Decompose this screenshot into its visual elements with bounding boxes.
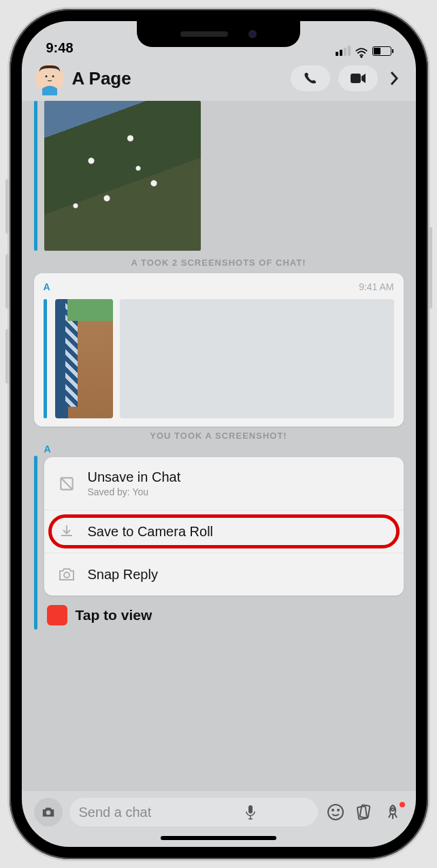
- camera-icon: [58, 565, 76, 583]
- unsave-in-chat-button[interactable]: Unsave in Chat Saved by: You: [44, 457, 404, 510]
- svg-point-2: [45, 76, 47, 78]
- system-message-1: A TOOK 2 SCREENSHOTS OF CHAT!: [34, 258, 404, 268]
- chat-image-2[interactable]: [55, 299, 113, 418]
- avatar[interactable]: [35, 64, 64, 93]
- bubble-time: 9:41 AM: [359, 281, 393, 292]
- svg-point-1: [40, 67, 59, 86]
- snap-indicator-icon: [47, 605, 67, 625]
- svg-point-3: [52, 76, 54, 78]
- svg-point-7: [46, 811, 50, 816]
- tap-to-view-label: Tap to view: [76, 607, 152, 623]
- video-call-button[interactable]: [338, 65, 378, 91]
- camera-button[interactable]: [34, 798, 63, 826]
- microphone-icon[interactable]: [193, 805, 308, 820]
- download-icon: [58, 523, 76, 540]
- svg-point-6: [64, 572, 69, 578]
- svg-point-10: [332, 809, 334, 811]
- save-label: Save to Camera Roll: [88, 524, 214, 540]
- chat-input-placeholder: Send a chat: [79, 805, 194, 820]
- chevron-right-icon[interactable]: [386, 71, 402, 86]
- wifi-icon: [355, 46, 368, 56]
- screen: 9:48 A Page: [22, 21, 416, 847]
- context-menu: Unsave in Chat Saved by: You Save to Cam…: [44, 457, 404, 595]
- svg-point-0: [361, 57, 362, 58]
- system-message-2: YOU TOOK A SCREENSHOT!: [34, 431, 404, 441]
- battery-icon: [372, 46, 391, 56]
- emoji-button[interactable]: [325, 803, 346, 821]
- unsave-icon: [58, 475, 76, 493]
- save-to-camera-roll-button[interactable]: Save to Camera Roll: [44, 510, 404, 553]
- svg-point-14: [391, 808, 394, 811]
- status-time: 9:48: [46, 40, 74, 56]
- selected-message-bubble: A 9:41 AM: [34, 273, 404, 427]
- unsave-label: Unsave in Chat: [88, 469, 181, 485]
- rocket-button[interactable]: [382, 803, 404, 821]
- unsave-sublabel: Saved by: You: [88, 486, 181, 497]
- chat-image-placeholder: [120, 299, 394, 418]
- sender-bar: [34, 456, 37, 630]
- cellular-icon: [336, 46, 351, 56]
- chat-image-1[interactable]: [44, 101, 201, 251]
- svg-rect-8: [248, 805, 253, 813]
- phone-frame: 9:48 A Page: [10, 9, 428, 859]
- svg-rect-4: [351, 74, 361, 83]
- chat-header: A Page: [22, 59, 416, 101]
- chat-title[interactable]: A Page: [72, 68, 282, 89]
- tap-to-view-row[interactable]: Tap to view: [44, 595, 404, 630]
- sender-bar: [44, 299, 47, 418]
- snap-reply-button[interactable]: Snap Reply: [44, 553, 404, 595]
- sender-bar: [34, 101, 37, 251]
- chat-body: A TOOK 2 SCREENSHOTS OF CHAT! A 9:41 AM …: [22, 101, 416, 791]
- message-1: [34, 101, 404, 251]
- gallery-button[interactable]: [353, 803, 375, 821]
- home-indicator[interactable]: [161, 836, 276, 840]
- sender-label: A: [44, 444, 404, 454]
- device-notch: [137, 21, 300, 47]
- chat-input[interactable]: Send a chat: [69, 798, 318, 826]
- bubble-sender: A: [44, 281, 51, 292]
- reply-label: Snap Reply: [88, 567, 158, 583]
- audio-call-button[interactable]: [291, 65, 330, 91]
- svg-point-9: [328, 805, 343, 820]
- svg-point-11: [338, 809, 339, 811]
